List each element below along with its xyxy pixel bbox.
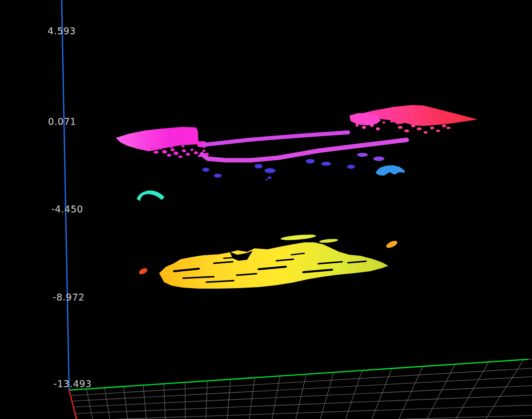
plane-gap-slit bbox=[291, 253, 304, 255]
axis-label-layer: 4.5930.071-4.450-8.972-13.493 bbox=[0, 0, 532, 419]
z-axis-tick-label: 0.071 bbox=[48, 116, 77, 127]
red-scatter-dots bbox=[415, 122, 418, 124]
plane-gap-slit bbox=[237, 274, 257, 275]
magenta-scatter-dots bbox=[182, 149, 186, 152]
grid-vertical-line bbox=[480, 360, 524, 419]
magenta-scatter-dots bbox=[159, 147, 162, 150]
viewport-3d[interactable]: 4.5930.071-4.450-8.972-13.493 bbox=[0, 0, 532, 419]
pink-scatter-dots-left bbox=[362, 126, 366, 129]
grid-vertical-line bbox=[87, 389, 94, 419]
cyan-arc-blob bbox=[137, 191, 165, 201]
red-scatter-dots bbox=[436, 130, 440, 132]
grid-top-edge-line bbox=[69, 359, 532, 390]
pink-scatter-dots-left bbox=[376, 127, 380, 130]
pink-scatter-dots-left bbox=[370, 124, 374, 127]
indigo-dots bbox=[347, 165, 355, 169]
magenta-scatter-dots bbox=[170, 146, 173, 148]
y-axis-line bbox=[69, 390, 77, 419]
indigo-dots bbox=[321, 162, 331, 166]
upper-rail-streak bbox=[204, 132, 348, 145]
indigo-dots bbox=[266, 179, 267, 181]
z-axis-tick-label: -13.493 bbox=[54, 378, 92, 389]
magenta-scatter-dots bbox=[186, 153, 190, 156]
grid-vertical-line bbox=[343, 371, 362, 419]
grid-vertical-line bbox=[123, 387, 129, 419]
grid-vertical-line bbox=[226, 379, 230, 419]
point-cloud-detail-canvas bbox=[0, 0, 532, 419]
purple-dashes bbox=[373, 157, 384, 161]
plane-gap-slit bbox=[259, 267, 286, 269]
indigo-dots bbox=[202, 168, 209, 172]
grid-horizontal-line bbox=[72, 377, 532, 401]
plane-gap-slit bbox=[276, 259, 293, 261]
x-axis-line bbox=[69, 359, 528, 390]
yellow-plane-notch bbox=[230, 251, 253, 261]
indigo-dots bbox=[306, 159, 315, 164]
point-cloud-patch-layer bbox=[0, 0, 532, 419]
indigo-dots bbox=[214, 174, 222, 178]
red-cluster-left-subpatch bbox=[350, 113, 381, 125]
grid-vertical-line bbox=[270, 376, 280, 419]
grid-vertical-line bbox=[423, 364, 455, 419]
plane-gap-slit bbox=[214, 262, 233, 263]
red-scatter-dots bbox=[382, 121, 385, 123]
red-scatter-dots bbox=[417, 127, 422, 130]
grid-horizontal-line bbox=[79, 416, 532, 419]
red-scatter-dots bbox=[411, 124, 415, 127]
plane-gap-slit bbox=[348, 261, 366, 263]
magenta-scatter-dots bbox=[154, 151, 159, 154]
z-axis-tick-label: 4.593 bbox=[48, 25, 76, 36]
magenta-scatter-dots bbox=[190, 149, 193, 151]
red-scatter-dots bbox=[430, 126, 434, 129]
plane-gap-slit bbox=[206, 281, 234, 282]
red-panel-cluster bbox=[0, 0, 532, 419]
grid-horizontal-line bbox=[77, 405, 532, 419]
grid-and-axes-canvas bbox=[0, 0, 532, 419]
magenta-scatter-dots bbox=[162, 150, 167, 154]
red-scatter-dots bbox=[424, 131, 428, 134]
grid-horizontal-line bbox=[75, 395, 532, 414]
pink-scatter-dots-left bbox=[355, 124, 358, 127]
indigo-dots bbox=[265, 168, 275, 173]
grid-vertical-line bbox=[395, 366, 423, 419]
z-axis-tick-label: -8.972 bbox=[53, 292, 85, 303]
red-scatter-dots bbox=[427, 123, 430, 125]
grid-vertical-line bbox=[248, 378, 255, 419]
magenta-scatter-dots bbox=[171, 148, 175, 151]
grid-vertical-line bbox=[368, 369, 392, 419]
magenta-scatter-dots bbox=[178, 156, 182, 158]
grid-horizontal-line bbox=[71, 368, 532, 396]
grid-vertical-line bbox=[318, 372, 334, 419]
magenta-scatter-dots bbox=[194, 151, 198, 154]
purple-dashes bbox=[357, 153, 368, 157]
lightblue-wing-blob bbox=[376, 165, 405, 176]
grid-vertical-line bbox=[69, 390, 78, 419]
grid-horizontal-line bbox=[74, 386, 532, 407]
orange-blob bbox=[385, 239, 398, 249]
magenta-scatter-dots bbox=[174, 152, 178, 155]
grid-vertical-line bbox=[104, 388, 111, 419]
magenta-scatter-dots bbox=[150, 148, 154, 151]
red-scatter-dots bbox=[446, 127, 450, 129]
grid-vertical-line bbox=[451, 362, 489, 419]
magenta-panel-cluster bbox=[0, 0, 532, 419]
plane-gap-slit bbox=[174, 269, 199, 271]
red-scatter-dots bbox=[390, 120, 393, 122]
indigo-dots bbox=[267, 177, 271, 179]
magenta-scatter-dots bbox=[167, 154, 171, 157]
plane-gap-slit bbox=[183, 277, 214, 278]
grid-vertical-line bbox=[294, 374, 306, 419]
grid-vertical-line bbox=[143, 385, 147, 419]
magenta-scatter-dots bbox=[198, 155, 202, 157]
detached-yellow-strip-1 bbox=[280, 233, 317, 241]
yellow-ground-plane bbox=[0, 0, 532, 419]
grid-vertical-line bbox=[164, 384, 166, 419]
z-axis-tick-label: -4.450 bbox=[51, 204, 83, 214]
red-scatter-dots bbox=[404, 129, 409, 132]
red-orange-blob bbox=[138, 267, 149, 275]
plane-gap-slit bbox=[303, 270, 332, 272]
z-axis-line bbox=[62, 0, 69, 390]
magenta-scatter-dots bbox=[202, 150, 205, 152]
plane-gap-slit bbox=[224, 257, 238, 258]
indigo-dots bbox=[255, 164, 263, 169]
